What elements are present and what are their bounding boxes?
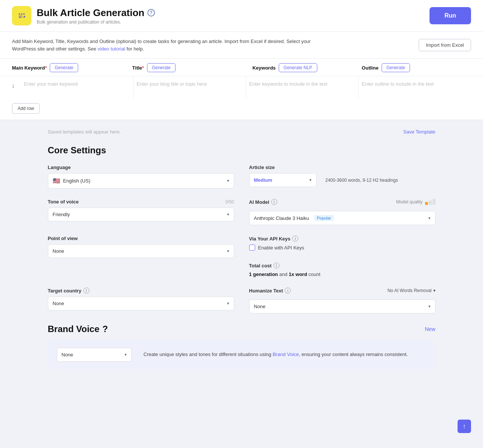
api-keys-checkbox[interactable]	[249, 245, 255, 251]
popular-badge: Popular	[314, 215, 334, 221]
point-of-view-select[interactable]: None ▾	[48, 244, 234, 258]
total-cost-info-icon[interactable]: i	[273, 263, 279, 269]
title-input[interactable]	[137, 81, 243, 87]
back-to-top-button[interactable]: ↑	[458, 420, 471, 433]
language-select[interactable]: 🇺🇸 English (US) ▾	[48, 173, 234, 188]
tone-of-voice-label: Tone of voice	[48, 199, 79, 205]
core-settings-title: Core Settings	[48, 145, 435, 156]
via-api-keys-info-icon[interactable]: i	[292, 236, 298, 242]
video-tutorial-link[interactable]: video tutorial	[98, 46, 125, 52]
api-keys-checkbox-label: Enable with API Keys	[258, 245, 305, 251]
outline-label: Outline	[362, 65, 379, 71]
page-title: Bulk Article Generation ?	[37, 7, 155, 19]
target-country-info-icon[interactable]: i	[83, 288, 89, 294]
page-subtitle: Bulk generation and publication of artic…	[37, 19, 155, 25]
api-keys-checkbox-row: Enable with API Keys	[249, 245, 435, 251]
brand-voice-select[interactable]: None ▾	[57, 348, 132, 362]
article-size-tooltip: 2400-3600 words, 9-12 H2 headings	[321, 175, 403, 185]
no-ai-words-button[interactable]: No AI Words Removal ▾	[388, 288, 435, 293]
title-label: Title*	[132, 65, 144, 71]
target-country-chevron-icon: ▾	[227, 301, 229, 306]
api-cost-group: Via Your API Keys i Enable with API Keys…	[249, 236, 435, 277]
ai-model-info-icon[interactable]: i	[271, 199, 277, 205]
brand-voice-link[interactable]: Brand Voice	[273, 352, 299, 357]
point-of-view-chevron-icon: ▾	[227, 249, 229, 254]
humanize-text-value: None	[254, 304, 266, 309]
humanize-text-info-icon[interactable]: i	[285, 288, 291, 294]
app-icon	[12, 6, 31, 25]
article-size-label: Article size	[249, 165, 275, 170]
humanize-text-field: Humanize Text i No AI Words Removal ▾ No…	[249, 288, 435, 313]
generate-main-keyword-button[interactable]: Generate	[50, 63, 78, 72]
save-template-button[interactable]: Save Template	[403, 129, 435, 135]
quality-bars	[425, 199, 435, 205]
language-value: English (US)	[63, 178, 91, 184]
point-of-view-value: None	[53, 248, 64, 254]
ai-model-field: AI Model i Model quality Anthropic Claud…	[249, 199, 435, 225]
ai-model-label: AI Model	[249, 199, 269, 205]
main-keyword-input[interactable]	[24, 81, 130, 87]
brand-voice-card: None ▾ Create unique styles and tones fo…	[48, 340, 435, 369]
language-chevron-icon: ▾	[227, 178, 229, 183]
brand-voice-title: Brand Voice ?	[48, 324, 108, 334]
target-country-value: None	[53, 301, 64, 306]
article-size-select[interactable]: Medium ▾	[249, 173, 317, 187]
article-size-chevron-icon: ▾	[309, 178, 312, 182]
language-field: Language 🇺🇸 English (US) ▾	[48, 165, 234, 188]
humanize-text-label: Humanize Text	[249, 288, 283, 294]
language-flag: 🇺🇸	[53, 177, 60, 184]
humanize-text-select[interactable]: None ▾	[249, 300, 435, 313]
help-icon[interactable]: ?	[147, 9, 155, 16]
keywords-label: Keywords	[253, 65, 276, 71]
tone-of-voice-chevron-icon: ▾	[227, 212, 229, 217]
language-label: Language	[48, 165, 71, 170]
humanize-text-chevron-icon: ▾	[428, 304, 431, 309]
saved-templates-text: Saved templates will appear here.	[48, 129, 121, 135]
article-size-field: Article size Medium ▾ 2400-3600 words, 9…	[249, 165, 435, 188]
tone-of-voice-select[interactable]: Friendly ▾	[48, 208, 234, 221]
target-country-label: Target country	[48, 288, 82, 294]
brand-voice-value: None	[62, 352, 73, 358]
brand-voice-chevron-icon: ▾	[125, 352, 127, 357]
ai-model-chevron-icon: ▾	[428, 216, 431, 221]
target-country-field: Target country i None ▾	[48, 288, 234, 313]
model-quality-label: Model quality	[396, 199, 435, 205]
brand-voice-help-icon[interactable]: ?	[103, 324, 108, 334]
generate-title-button[interactable]: Generate	[147, 63, 175, 72]
via-api-keys-label: Via Your API Keys	[249, 236, 291, 242]
brand-voice-new-badge: New	[425, 326, 435, 332]
tone-char-count: 0/50	[225, 199, 234, 205]
point-of-view-label: Point of view	[48, 236, 78, 241]
brand-voice-description: Create unique styles and tones for diffe…	[144, 351, 408, 359]
keywords-input[interactable]	[249, 81, 355, 87]
point-of-view-field: Point of view None ▾	[48, 236, 234, 277]
outline-input[interactable]	[362, 81, 468, 87]
generate-outline-button[interactable]: Generate	[382, 63, 410, 72]
ai-model-select[interactable]: Anthropic Claude 3 Haiku Popular ▾	[249, 211, 435, 225]
add-row-button[interactable]: Add row	[12, 103, 40, 114]
title-text: Bulk Article Generation	[37, 7, 144, 19]
total-cost-text: 1 generation and 1x word count	[249, 271, 435, 277]
tone-of-voice-field: Tone of voice 0/50 Friendly ▾	[48, 199, 234, 225]
ai-model-value: Anthropic Claude 3 Haiku	[254, 215, 309, 221]
article-size-value: Medium	[254, 177, 272, 183]
main-keyword-label: Main Keyword*	[12, 65, 47, 71]
description-text: Add Main Keyword, Title, Keywords and Ou…	[12, 38, 319, 52]
generate-nlp-button[interactable]: Generate NLP	[279, 63, 317, 72]
target-country-select[interactable]: None ▾	[48, 297, 234, 310]
total-cost-label: Total cost	[249, 263, 272, 269]
tone-of-voice-value: Friendly	[53, 212, 70, 217]
import-from-excel-button[interactable]: Import from Excel	[419, 39, 471, 51]
row-number: 1	[12, 76, 21, 99]
run-button[interactable]: Run	[429, 7, 471, 24]
